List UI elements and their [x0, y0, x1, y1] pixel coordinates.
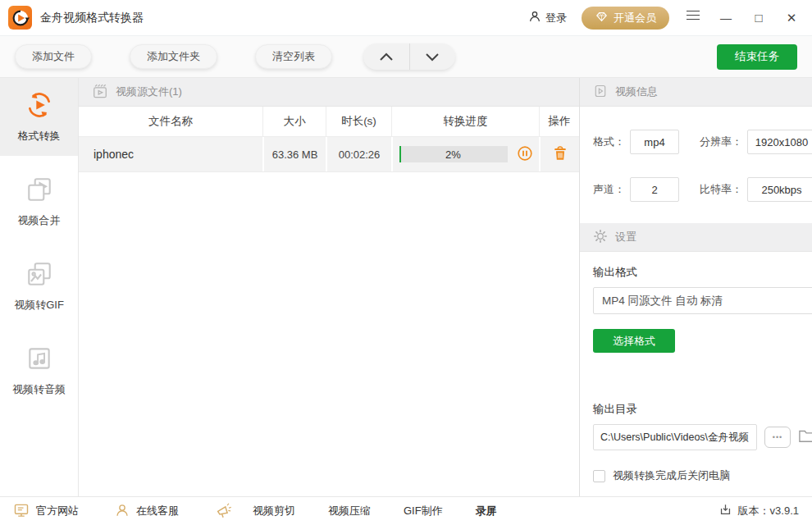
clear-list-button[interactable]: 清空列表 [255, 44, 332, 69]
toolbar: 添加文件 添加文件夹 清空列表 结束任务 [0, 36, 812, 78]
video-info-header: 视频信息 [580, 78, 812, 107]
open-folder-button[interactable] [798, 427, 812, 447]
online-service-link[interactable]: 在线客服 [115, 503, 179, 520]
delete-button[interactable] [539, 137, 579, 171]
video-to-gif-icon [25, 259, 54, 291]
minimize-button[interactable]: — [717, 9, 735, 27]
menu-icon[interactable] [684, 7, 702, 27]
version-info[interactable]: 版本：v3.9.1 [718, 503, 799, 519]
pause-button[interactable] [517, 145, 533, 164]
vip-upgrade-button[interactable]: 开通会员 [582, 7, 669, 30]
sidebar-item-video-to-audio[interactable]: 视频转音频 [0, 331, 78, 409]
file-list-empty-area [79, 172, 579, 496]
sidebar-item-label: 格式转换 [18, 129, 61, 144]
app-title: 金舟视频格式转换器 [40, 11, 144, 25]
sidebar-item-video-merge[interactable]: 视频合并 [0, 162, 78, 240]
resolution-value: 1920x1080 [747, 130, 812, 154]
sidebar-item-label: 视频转音频 [12, 382, 66, 397]
choose-format-button[interactable]: 选择格式 [593, 329, 675, 353]
chevron-up-icon [379, 52, 394, 62]
format-value: mp4 [630, 130, 679, 154]
login-button[interactable]: 登录 [528, 10, 567, 25]
table-row[interactable]: iphonec 63.36 MB 00:02:26 2% [79, 137, 579, 172]
footer-link-gif-maker[interactable]: GIF制作 [404, 504, 443, 518]
sidebar: 格式转换 视频合并 [0, 78, 79, 496]
column-header-name: 文件名称 [79, 107, 262, 136]
sidebar-item-label: 视频转GIF [14, 298, 64, 313]
headset-person-icon [115, 503, 130, 520]
clapperboard-icon [92, 83, 108, 102]
progress-percent: 2% [399, 146, 508, 162]
gem-icon [595, 10, 609, 26]
app-logo-icon [8, 6, 32, 30]
source-files-header: 视频源文件(1) [79, 78, 579, 107]
file-size: 63.36 MB [262, 137, 326, 171]
promo-tools [215, 501, 233, 522]
sidebar-item-video-to-gif[interactable]: 视频转GIF [0, 247, 78, 325]
column-header-progress: 转换进度 [391, 107, 539, 136]
bitrate-label: 比特率： [700, 182, 742, 197]
right-panel: 视频信息 格式： mp4 分辨率： 1920x1080 声道： [579, 78, 812, 496]
add-folder-button[interactable]: 添加文件夹 [130, 44, 217, 69]
move-down-button[interactable] [410, 43, 456, 70]
sidebar-item-label: 视频合并 [18, 213, 61, 228]
footer: 官方网站 在线客服 视频剪切 视频压缩 GIF制作 录屏 [0, 496, 812, 525]
user-icon [528, 10, 541, 25]
chevron-down-icon [425, 52, 440, 62]
megaphone-icon [215, 501, 233, 522]
resolution-label: 分辨率： [700, 135, 742, 149]
shutdown-checkbox-label: 视频转换完成后关闭电脑 [613, 468, 730, 483]
video-to-audio-icon [25, 344, 54, 376]
progress-cell: 2% [391, 137, 539, 171]
column-header-duration: 时长(s) [326, 107, 391, 136]
folder-icon [798, 427, 812, 444]
bitrate-value: 250kbps [747, 177, 812, 202]
video-merge-icon [25, 175, 54, 207]
gear-icon [593, 229, 608, 246]
download-icon [718, 503, 732, 519]
output-format-value[interactable]: MP4 同源文件 自动 标清 [593, 287, 812, 314]
reorder-control [363, 43, 455, 70]
format-convert-icon [25, 90, 54, 122]
trash-icon [552, 145, 568, 164]
shutdown-checkbox[interactable] [593, 470, 605, 482]
output-dir-label: 输出目录 [593, 402, 812, 417]
end-task-button[interactable]: 结束任务 [717, 44, 797, 70]
add-file-button[interactable]: 添加文件 [15, 44, 92, 69]
footer-link-video-compress[interactable]: 视频压缩 [328, 504, 371, 518]
official-site-link[interactable]: 官方网站 [13, 502, 79, 521]
footer-link-screen-record[interactable]: 录屏 [476, 504, 497, 518]
sidebar-item-format-convert[interactable]: 格式转换 [0, 78, 78, 156]
maximize-button[interactable]: □ [750, 9, 768, 27]
settings-header: 设置 [580, 223, 812, 252]
shutdown-option[interactable]: 视频转换完成后关闭电脑 [593, 468, 812, 483]
close-button[interactable]: ✕ [782, 9, 801, 27]
file-list-panel: 视频源文件(1) 文件名称 大小 时长(s) 转换进度 操作 iphonec 6… [79, 78, 579, 496]
titlebar-controls: 登录 开通会员 — □ ✕ [528, 7, 801, 30]
channels-value: 2 [630, 177, 679, 202]
ellipsis-icon: ••• [773, 433, 782, 441]
file-duration: 00:02:26 [326, 137, 391, 171]
titlebar: 金舟视频格式转换器 登录 开通会员 — □ [0, 0, 812, 36]
output-dir-value[interactable]: C:\Users\Public\Videos\金舟视频 [593, 424, 757, 450]
table-header: 文件名称 大小 时长(s) 转换进度 操作 [79, 107, 579, 137]
move-up-button[interactable] [363, 43, 410, 70]
output-dir-row: C:\Users\Public\Videos\金舟视频 ••• [593, 424, 812, 450]
column-header-size: 大小 [262, 107, 326, 136]
version-label: 版本：v3.9.1 [738, 504, 799, 518]
output-format-label: 输出格式 [593, 265, 812, 280]
footer-link-video-cut[interactable]: 视频剪切 [253, 504, 295, 518]
format-label: 格式： [593, 135, 625, 149]
browse-button[interactable]: ••• [764, 427, 791, 448]
channels-label: 声道： [593, 182, 625, 197]
settings-body: 输出格式 MP4 同源文件 自动 标清 选择格式 输出目录 C:\Users\P… [580, 252, 812, 496]
video-file-icon [593, 84, 608, 101]
app-identity: 金舟视频格式转换器 [8, 6, 144, 30]
monitor-icon [13, 502, 30, 521]
column-header-actions: 操作 [539, 107, 579, 136]
file-name: iphonec [79, 137, 262, 171]
progress-bar: 2% [399, 146, 508, 162]
app-window: 金舟视频格式转换器 登录 开通会员 — □ [0, 0, 812, 525]
video-info-grid: 格式： mp4 分辨率： 1920x1080 声道： 2 比特率： [580, 107, 812, 223]
